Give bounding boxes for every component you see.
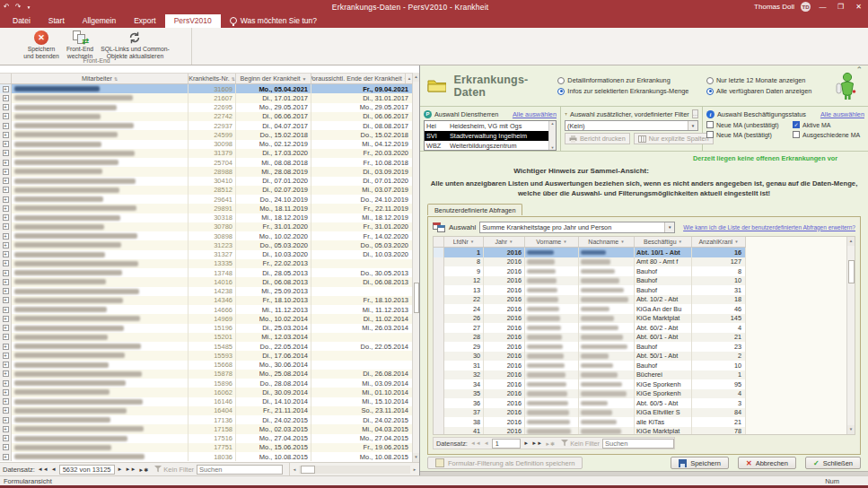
- inner-table-row[interactable]: 412016KiGe Marktplat78: [434, 427, 746, 435]
- table-row[interactable]: +17136Di., 24.02.2015Di., 24.02.2015: [0, 415, 413, 424]
- expand-icon[interactable]: +: [0, 231, 12, 240]
- dienstherren-listbox[interactable]: HeiHeidesheim, VG mit OgsSVIStadtverwalt…: [424, 120, 557, 151]
- inner-record-selector[interactable]: [434, 370, 444, 380]
- inner-table-row[interactable]: 222016Abt. 10/2 - Abt18: [434, 295, 746, 305]
- inner-column-header-6[interactable]: AnzahlKranl▼: [692, 237, 746, 247]
- nur-explizite-spalten-button[interactable]: Nur explizite Spalten: [634, 133, 714, 144]
- abbrechen-button[interactable]: ✕ Abbrechen: [738, 457, 796, 469]
- expand-icon[interactable]: +: [0, 351, 12, 360]
- inner-record-selector[interactable]: [434, 285, 444, 295]
- inner-table-row[interactable]: 342016KiGe Sporkenh95: [434, 379, 746, 389]
- expand-icon[interactable]: +: [0, 333, 12, 342]
- close-button[interactable]: ✕: [853, 3, 864, 11]
- inner-table-row[interactable]: 312016Bauhof10: [434, 361, 746, 370]
- inner-table-row[interactable]: 122016Bauhof10: [434, 276, 746, 286]
- expand-icon[interactable]: +: [0, 140, 12, 149]
- inner-record-selector[interactable]: [434, 314, 444, 324]
- inner-last-record-button[interactable]: ►►: [531, 440, 542, 446]
- maximize-button[interactable]: ❐: [835, 3, 846, 11]
- filter-combo[interactable]: (Kein) ▼: [565, 120, 698, 131]
- inner-record-selector[interactable]: [434, 398, 444, 408]
- inner-record-selector[interactable]: [434, 304, 444, 314]
- inner-record-position[interactable]: 1: [492, 439, 522, 449]
- combo-dropdown-icon[interactable]: ▼: [688, 121, 697, 130]
- table-row[interactable]: +15878Mo., 25.08.2014Di., 26.08.2014: [0, 370, 413, 379]
- expand-icon[interactable]: +: [0, 195, 12, 204]
- ribbon-tab-datei[interactable]: Datei: [4, 14, 39, 28]
- ribbon-tab-start[interactable]: Start: [39, 14, 74, 28]
- query-help-link[interactable]: Wie kann ich die Liste der benutzerdefin…: [683, 224, 855, 231]
- tab-benutzerdefinierte-abfragen[interactable]: Benutzerdefinierte Abfragen: [427, 204, 522, 215]
- expand-icon[interactable]: +: [0, 314, 12, 323]
- expand-icon[interactable]: +: [0, 250, 12, 259]
- expand-icon[interactable]: +: [0, 214, 12, 222]
- inner-record-selector[interactable]: [434, 379, 444, 389]
- table-row[interactable]: +15485Do., 22.05.2014Do., 22.05.2014: [0, 342, 413, 351]
- column-header-4[interactable]: Voraussichtl. Ende der Krankheit▼: [311, 74, 406, 83]
- radio-radio_group1-0[interactable]: Detailinformationen zur Erkrankung: [557, 76, 706, 84]
- table-row[interactable]: +14666Mi., 11.12.2013Mi., 11.12.2013: [0, 305, 413, 314]
- inner-record-selector[interactable]: [434, 333, 444, 343]
- expand-icon[interactable]: +: [0, 406, 12, 415]
- tell-me-box[interactable]: Was möchten Sie tun?: [221, 14, 326, 28]
- status-select-all-link[interactable]: Alle auswählen: [820, 110, 864, 118]
- expand-icon[interactable]: +: [0, 84, 12, 93]
- listbox-item-Hei[interactable]: HeiHeidesheim, VG mit Ogs: [425, 121, 556, 131]
- listbox-scroll-down-icon[interactable]: ▼: [551, 145, 555, 150]
- expand-icon[interactable]: +: [0, 130, 12, 139]
- user-name[interactable]: Thomas Doll: [754, 3, 794, 11]
- vertical-scrollbar[interactable]: ▲ ▼: [412, 73, 419, 462]
- expand-icon[interactable]: +: [0, 379, 12, 388]
- column-header-3[interactable]: Beginn der Krankheit▼: [236, 74, 311, 83]
- table-row[interactable]: +30780Fr., 31.01.2020Fr., 31.01.2020: [0, 222, 413, 231]
- radio-radio_group1-1[interactable]: Infos zur selektierten Erkrankungs-Menge: [557, 87, 706, 95]
- table-row[interactable]: +16146Di., 14.10.2014Mi., 15.10.2014: [0, 397, 413, 406]
- inner-scroll-down-icon[interactable]: ▼: [847, 425, 855, 434]
- inner-record-selector[interactable]: [434, 266, 444, 276]
- inner-column-header-3[interactable]: Vorname▼: [525, 237, 579, 247]
- new-record-button[interactable]: ►✱: [138, 466, 148, 473]
- expand-icon[interactable]: +: [0, 370, 12, 379]
- expand-icon[interactable]: +: [0, 296, 12, 305]
- filter-state[interactable]: Kein Filter: [154, 466, 194, 474]
- checkbox-1[interactable]: ✓Aktive MA: [793, 121, 864, 128]
- table-row[interactable]: +22695Mo., 29.05.2017Mo., 29.05.2017: [0, 103, 413, 112]
- inner-record-selector[interactable]: [434, 342, 444, 352]
- next-record-button[interactable]: ►: [118, 466, 123, 472]
- table-row[interactable]: +14238Mi., 25.09.2013: [0, 287, 413, 296]
- expand-icon[interactable]: +: [0, 287, 12, 296]
- record-position[interactable]: 5632 von 13125: [59, 465, 115, 475]
- table-row[interactable]: +25704Mi., 08.08.2018Fr., 10.08.2018: [0, 158, 413, 167]
- table-row[interactable]: +30098Mo., 02.12.2019Mi., 04.12.2019: [0, 140, 413, 149]
- table-row[interactable]: +30410Di., 07.01.2020Di., 07.01.2020: [0, 177, 413, 186]
- inner-table-row[interactable]: 322016Bücherei1: [434, 370, 746, 380]
- query-dropdown-icon[interactable]: ▼: [664, 222, 674, 232]
- radio-radio_group2-0[interactable]: Nur letzte 12 Monate anzeigen: [706, 76, 834, 84]
- expand-icon[interactable]: +: [0, 167, 12, 176]
- expand-icon[interactable]: +: [0, 277, 12, 286]
- table-row[interactable]: +14969Mo., 10.02.2014Di., 11.02.2014: [0, 314, 413, 323]
- expand-icon[interactable]: +: [0, 268, 12, 277]
- expand-icon[interactable]: +: [0, 112, 12, 121]
- expand-icon[interactable]: +: [0, 93, 12, 102]
- inner-next-record-button[interactable]: ►: [523, 440, 529, 446]
- ribbon-button-0[interactable]: ✕Speichernund beenden: [20, 30, 63, 58]
- table-row[interactable]: +14346Fr., 18.10.2013Fr., 18.10.2013: [0, 296, 413, 305]
- listbox-item-WBZ[interactable]: WBZWeiterbildungszentrum: [425, 141, 556, 151]
- speichern-button[interactable]: Speichern: [671, 457, 729, 469]
- inner-column-header-2[interactable]: Jahr▼: [484, 237, 525, 247]
- checkbox-3[interactable]: Ausgeschiedene MA: [793, 131, 864, 138]
- avatar[interactable]: TD: [801, 2, 811, 12]
- dienstherren-select-all-link[interactable]: Alle auswählen: [513, 110, 557, 118]
- inner-search-input[interactable]: [602, 439, 674, 449]
- ribbon-tab-export[interactable]: Export: [125, 14, 165, 28]
- expand-icon[interactable]: +: [0, 149, 12, 158]
- expand-icon[interactable]: +: [0, 305, 12, 314]
- expand-icon[interactable]: +: [0, 452, 12, 461]
- collapse-chevron-icon[interactable]: ⌃: [855, 65, 863, 74]
- inner-table-row[interactable]: 92016Bauhof8: [434, 266, 746, 276]
- inner-table-row[interactable]: 272016Abt. 60/2 - Abt4: [434, 323, 746, 333]
- qat-dropdown-icon[interactable]: ▼: [26, 4, 31, 10]
- inner-record-selector[interactable]: [434, 248, 444, 257]
- expand-icon[interactable]: +: [0, 388, 12, 396]
